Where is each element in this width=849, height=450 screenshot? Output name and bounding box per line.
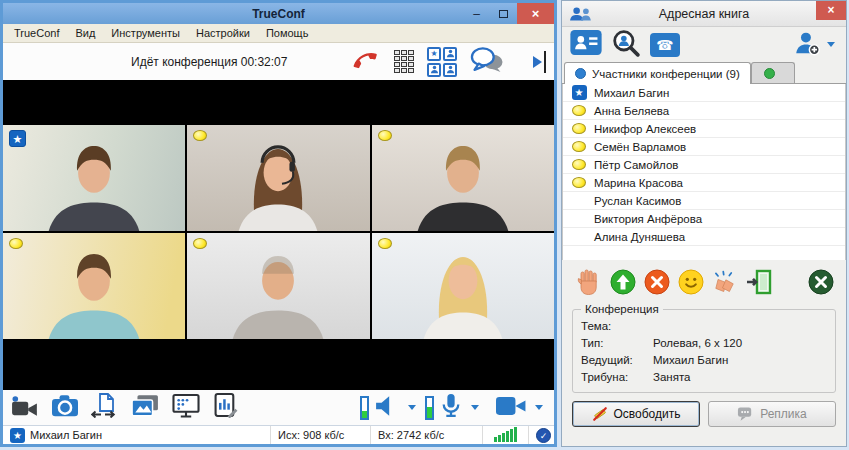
video-grid: ★ [3, 125, 554, 339]
statusbar: ★ Михаил Багин Исх: 908 кб/с Вх: 2742 кб… [3, 425, 554, 444]
podium-coin-icon [378, 238, 392, 249]
expand-panel-icon[interactable] [533, 51, 546, 73]
participant-name: Пётр Самойлов [594, 159, 678, 171]
podium-coin-icon [572, 177, 586, 188]
tab-conference-participants[interactable]: Участники конференции (9) [564, 62, 751, 84]
participant-name: Марина Красова [594, 177, 683, 189]
video-tile[interactable] [3, 233, 185, 339]
decline-icon[interactable] [644, 269, 670, 295]
menu-trueconf[interactable]: TrueConf [6, 24, 67, 43]
screen-share-icon[interactable] [172, 394, 200, 422]
slideshow-icon[interactable] [131, 394, 159, 422]
release-podium-button[interactable]: Освободить [572, 401, 700, 427]
menu-view[interactable]: Вид [67, 24, 103, 43]
menubar: TrueConf Вид Инструменты Настройки Помощ… [3, 24, 554, 43]
participant-row[interactable]: Анна Беляева [563, 102, 845, 120]
tab-online-contacts[interactable] [751, 62, 795, 83]
speaker-level-meter [360, 396, 369, 420]
enter-podium-icon[interactable] [746, 269, 772, 295]
minimize-button[interactable]: – [463, 3, 490, 24]
podium-coin-icon [572, 159, 586, 170]
menu-settings[interactable]: Настройки [188, 24, 258, 43]
participant-name: Алина Дуняшева [594, 231, 685, 243]
add-user-icon[interactable] [793, 30, 821, 60]
video-tile[interactable] [187, 125, 369, 231]
release-button-label: Освободить [614, 407, 681, 421]
incoming-bitrate: Вх: 2742 кб/с [371, 426, 483, 444]
microphone-icon[interactable] [440, 393, 462, 422]
address-book-toolbar: ☎ [562, 27, 846, 62]
take-podium-icon[interactable] [610, 269, 636, 295]
address-book-titlebar[interactable]: Адресная книга × [562, 1, 846, 27]
reply-icon [737, 406, 754, 422]
close-button[interactable]: × [517, 3, 554, 24]
record-video-icon[interactable] [11, 395, 39, 421]
search-user-icon[interactable] [612, 29, 640, 61]
participant-list: ★Михаил БагинАнна БеляеваНикифор Алексее… [562, 84, 846, 260]
speaker-icon[interactable] [375, 395, 399, 421]
podium-coin-icon [9, 238, 23, 249]
camera-chevron-icon[interactable] [535, 405, 543, 410]
add-user-chevron-icon[interactable] [827, 42, 835, 47]
conference-toolbar: Идёт конференция 00:32:07 ★ [3, 43, 554, 80]
layout-person-cell [427, 63, 441, 77]
signal-strength-icon [483, 426, 529, 444]
contact-card-icon[interactable] [570, 30, 602, 59]
dialpad-icon[interactable] [394, 50, 414, 73]
chat-icon[interactable] [470, 46, 506, 78]
camera-icon[interactable] [496, 397, 526, 419]
call-contact-icon[interactable]: ☎ [650, 33, 680, 57]
smiley-icon[interactable] [678, 269, 704, 295]
whiteboard-stats-icon[interactable] [213, 393, 239, 422]
maximize-button[interactable] [490, 3, 517, 24]
leave-icon[interactable] [808, 269, 834, 295]
release-icon [592, 406, 608, 422]
mic-level-meter [425, 396, 434, 420]
video-tile[interactable] [372, 125, 554, 231]
host-star-icon: ★ [572, 85, 587, 100]
video-tile[interactable] [187, 233, 369, 339]
info-value-type: Ролевая, 6 х 120 [653, 335, 742, 352]
mic-chevron-icon[interactable] [471, 405, 479, 410]
file-transfer-icon[interactable] [91, 393, 118, 422]
host-star-icon: ★ [10, 428, 25, 443]
participant-row[interactable]: Марина Красова [563, 174, 845, 192]
participant-row[interactable]: Пётр Самойлов [563, 156, 845, 174]
speaker-chevron-icon[interactable] [408, 405, 416, 410]
participant-row[interactable]: Никифор Алексеев [563, 120, 845, 138]
applause-icon[interactable] [712, 269, 738, 295]
titlebar[interactable]: TrueConf – × [3, 3, 554, 24]
video-area: ★ [3, 80, 554, 390]
participant-name: Виктория Анфёрова [594, 213, 702, 225]
triangle-right-icon [533, 56, 542, 68]
participant-row[interactable]: Руслан Касимов [563, 192, 845, 210]
raise-hand-icon[interactable] [576, 269, 602, 295]
bottom-toolbar [3, 390, 554, 425]
people-icon [569, 6, 593, 22]
layout-person-cell [443, 47, 457, 61]
layout-star-cell: ★ [427, 47, 441, 61]
hangup-phone-icon[interactable] [349, 47, 381, 77]
address-book-buttons: Освободить Реплика [572, 401, 836, 427]
participant-name: Анна Беляева [594, 105, 669, 117]
participant-row[interactable]: ★Михаил Багин [563, 84, 845, 102]
green-dot-icon [764, 68, 775, 79]
menu-help[interactable]: Помощь [258, 24, 317, 43]
participant-row[interactable]: Виктория Анфёрова [563, 210, 845, 228]
connection-secure-icon[interactable]: ✓ [536, 428, 551, 443]
layout-icon[interactable]: ★ [427, 47, 457, 77]
snapshot-camera-icon[interactable] [52, 395, 78, 421]
participant-name: Михаил Багин [594, 87, 669, 99]
address-book-window: Адресная книга × ☎ Участники конференции… [561, 0, 847, 447]
reply-button[interactable]: Реплика [708, 401, 836, 427]
video-tile[interactable] [372, 233, 554, 339]
conference-status-text: Идёт конференция 00:32:07 [131, 55, 287, 69]
address-book-close-button[interactable]: × [816, 1, 846, 20]
info-label-type: Тип: [581, 335, 653, 352]
menu-tools[interactable]: Инструменты [103, 24, 188, 43]
participant-row[interactable]: Алина Дуняшева [563, 228, 845, 246]
info-label-topic: Тема: [581, 318, 653, 335]
conference-info-legend: Конференция [581, 303, 663, 315]
participant-row[interactable]: Семён Варламов [563, 138, 845, 156]
video-tile[interactable]: ★ [3, 125, 185, 231]
